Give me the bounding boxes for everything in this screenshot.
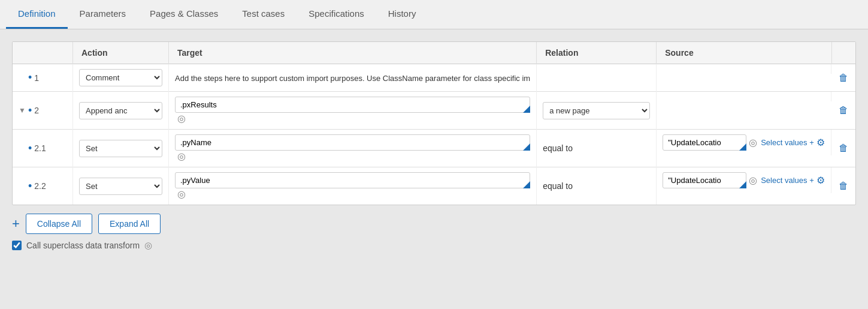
row-bullet: • xyxy=(28,180,32,193)
source-circle-icon[interactable]: ◎ xyxy=(749,137,757,148)
target-corner-icon xyxy=(523,143,530,151)
table-row: ▼•2Append anc◎a new page🗑 xyxy=(13,92,855,130)
gear-icon[interactable]: ⚙ xyxy=(816,137,825,148)
row-delete-cell: 🗑 xyxy=(831,130,855,167)
tab-bar: DefinitionParametersPages & ClassesTest … xyxy=(0,0,868,29)
row-action-cell: Set xyxy=(73,167,169,205)
content-area: Action Target Relation Source •1CommentA… xyxy=(0,29,868,263)
collapse-all-button[interactable]: Collapse All xyxy=(26,214,92,234)
source-input-row2-1[interactable] xyxy=(663,134,746,151)
target-circle-icon[interactable]: ◎ xyxy=(177,151,186,161)
row-target-cell: ◎ xyxy=(169,92,537,130)
col-header-action: Action xyxy=(73,42,169,64)
superclass-label: Call superclass data transform xyxy=(26,241,140,250)
tab-pages-classes[interactable]: Pages & Classes xyxy=(138,0,230,29)
table-row: •2.2Set◎equal to◎Select values +⚙🗑 xyxy=(13,167,855,205)
source-corner-icon xyxy=(739,181,746,188)
row-relation-cell: equal to xyxy=(537,130,657,167)
tab-specifications[interactable]: Specifications xyxy=(297,0,376,29)
main-table: Action Target Relation Source •1CommentA… xyxy=(13,42,855,205)
tab-test-cases[interactable]: Test cases xyxy=(230,0,297,29)
relation-text: equal to xyxy=(543,181,573,191)
row-source-cell xyxy=(657,92,831,101)
select-values-link[interactable]: Select values + xyxy=(761,138,814,147)
row-bullet: • xyxy=(28,104,32,117)
table-row: •2.1Set◎equal to◎Select values +⚙🗑 xyxy=(13,130,855,167)
row-num-cell-row2-1: •2.1 xyxy=(13,130,73,167)
row-number: 2 xyxy=(34,106,39,115)
target-input-wrap xyxy=(175,172,530,188)
action-select-row2-2[interactable]: Set xyxy=(79,178,162,195)
delete-row-button-row2[interactable]: 🗑 xyxy=(839,105,848,115)
source-input-wrap xyxy=(663,134,746,151)
col-header-num xyxy=(13,42,73,64)
row-target-cell: ◎ xyxy=(169,130,537,167)
bottom-actions: + Collapse All Expand All xyxy=(12,214,856,234)
col-header-target: Target xyxy=(169,42,537,64)
row-action-cell: Comment xyxy=(73,64,169,92)
row-target-cell: ◎ xyxy=(169,167,537,205)
row-relation-cell: a new page xyxy=(537,92,657,130)
row-num-cell-row2-2: •2.2 xyxy=(13,167,73,205)
select-values-link[interactable]: Select values + xyxy=(761,176,814,185)
expand-all-button[interactable]: Expand All xyxy=(98,214,161,234)
row-relation-cell: equal to xyxy=(537,167,657,205)
row-number: 2.1 xyxy=(34,143,46,153)
row-bullet: • xyxy=(28,71,32,84)
tab-parameters[interactable]: Parameters xyxy=(68,0,138,29)
row-source-cell xyxy=(657,64,831,74)
superclass-checkbox[interactable] xyxy=(12,241,22,250)
relation-text: equal to xyxy=(543,143,573,153)
action-select-row2[interactable]: Append anc xyxy=(79,102,162,119)
col-header-source: Source xyxy=(657,42,831,64)
row-delete-cell: 🗑 xyxy=(831,92,855,130)
row-number: 2.2 xyxy=(34,181,46,191)
target-corner-icon xyxy=(523,181,530,188)
delete-row-button-row1[interactable]: 🗑 xyxy=(839,73,848,83)
delete-row-button-row2-2[interactable]: 🗑 xyxy=(839,181,848,191)
source-circle-icon[interactable]: ◎ xyxy=(749,175,757,186)
row-relation-cell xyxy=(537,64,657,92)
superclass-info-icon[interactable]: ◎ xyxy=(144,240,152,251)
relation-select-row2[interactable]: a new page xyxy=(543,102,650,119)
row-collapse-arrow[interactable]: ▼ xyxy=(19,106,26,115)
source-input-wrap xyxy=(663,172,746,188)
table-row: •1CommentAdd the steps here to support c… xyxy=(13,64,855,92)
row-bullet: • xyxy=(28,142,32,155)
target-circle-icon[interactable]: ◎ xyxy=(177,189,186,199)
source-input-row2-2[interactable] xyxy=(663,172,746,188)
row-delete-cell: 🗑 xyxy=(831,167,855,205)
table-container: Action Target Relation Source •1CommentA… xyxy=(12,41,856,205)
row-number: 1 xyxy=(34,73,39,83)
target-input-row2[interactable] xyxy=(175,97,530,113)
row-action-cell: Append anc xyxy=(73,92,169,130)
target-input-wrap xyxy=(175,97,530,113)
row-delete-cell: 🗑 xyxy=(831,64,855,92)
delete-row-button-row2-1[interactable]: 🗑 xyxy=(839,143,848,153)
target-input-row2-2[interactable] xyxy=(175,172,530,188)
target-input-row2-1[interactable] xyxy=(175,134,530,151)
comment-text: Add the steps here to support custom imp… xyxy=(175,74,530,83)
superclass-checkbox-row: Call superclass data transform ◎ xyxy=(12,240,856,251)
row-num-cell-row2: ▼•2 xyxy=(13,92,73,130)
col-header-relation: Relation xyxy=(537,42,657,64)
action-select-row1[interactable]: Comment xyxy=(79,69,162,86)
action-select-row2-1[interactable]: Set xyxy=(79,140,162,157)
gear-icon[interactable]: ⚙ xyxy=(816,175,825,186)
source-corner-icon xyxy=(739,143,746,151)
add-row-button[interactable]: + xyxy=(12,217,20,230)
row-num-cell-row1: •1 xyxy=(13,64,73,92)
row-target-cell: Add the steps here to support custom imp… xyxy=(169,64,537,92)
target-input-wrap xyxy=(175,134,530,151)
tab-history[interactable]: History xyxy=(376,0,428,29)
row-source-cell: ◎Select values +⚙ xyxy=(657,167,831,193)
target-corner-icon xyxy=(523,106,530,113)
row-source-cell: ◎Select values +⚙ xyxy=(657,130,831,155)
col-header-del xyxy=(831,42,855,64)
tab-definition[interactable]: Definition xyxy=(6,0,68,29)
row-action-cell: Set xyxy=(73,130,169,167)
target-circle-icon[interactable]: ◎ xyxy=(177,113,186,124)
